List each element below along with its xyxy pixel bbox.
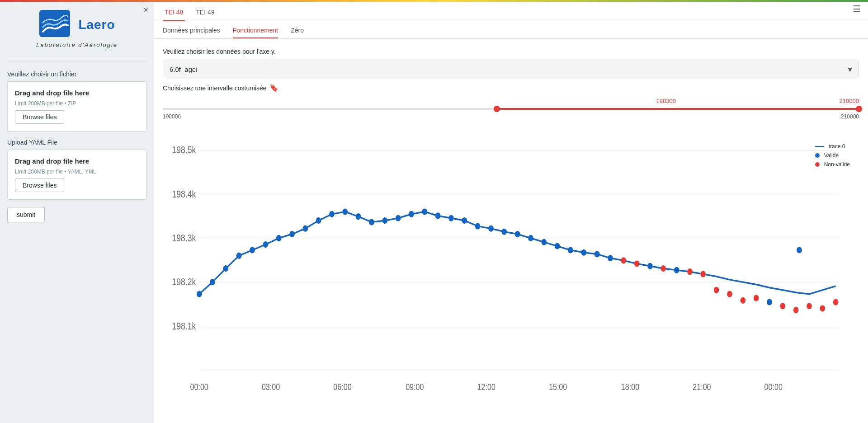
svg-text:18:00: 18:00 [621, 382, 639, 392]
slider-thumb-left[interactable] [494, 106, 500, 112]
slider-min: 190000 [163, 113, 181, 120]
zip-limit-label: Limit 200MB per file • ZIP [15, 100, 139, 107]
slider-limits: 190000 210000 [163, 113, 859, 120]
svg-point-36 [396, 215, 401, 221]
svg-point-23 [223, 265, 228, 272]
legend: trace 0 Valide Non-valide [815, 143, 850, 168]
svg-point-28 [289, 231, 295, 237]
svg-point-44 [501, 229, 507, 235]
file-section: Veuillez choisir un fichier Drag and dro… [7, 70, 146, 132]
svg-point-69 [833, 299, 839, 305]
yaml-section-label: Upload YAML File [7, 139, 146, 146]
legend-nonvalide: Non-valide [815, 161, 850, 168]
interval-label: Choisissez une intervalle costumisée 🔖 [163, 84, 859, 92]
legend-line-icon [815, 146, 824, 147]
tab-tei49[interactable]: TEI 49 [194, 4, 216, 21]
svg-point-24 [236, 253, 242, 259]
svg-point-35 [382, 217, 387, 224]
slider-max: 210000 [841, 113, 859, 120]
svg-point-58 [687, 268, 693, 275]
svg-point-34 [369, 219, 374, 225]
svg-point-40 [448, 215, 454, 221]
close-button[interactable]: × [143, 5, 148, 15]
content-area: Veuillez choisir les données pour l'axe … [154, 39, 868, 423]
svg-point-68 [820, 305, 825, 311]
svg-point-64 [767, 299, 772, 305]
svg-point-66 [793, 307, 799, 313]
sidebar: × Laero Laboratoire d'Aérologie Veuillez… [0, 0, 154, 423]
svg-point-27 [276, 235, 282, 241]
zip-upload-box: Drag and drop file here Limit 200MB per … [7, 81, 146, 132]
slider-left-value: 198300 [656, 98, 676, 104]
slider-fill [497, 108, 859, 110]
legend-nonvalide-label: Non-valide [824, 161, 850, 168]
svg-text:00:00: 00:00 [764, 382, 783, 392]
tab-zero[interactable]: Zéro [291, 27, 304, 38]
svg-point-31 [329, 211, 335, 217]
slider-track [163, 108, 859, 110]
sub-tabs: Données principales Fonctionnement Zéro [154, 21, 868, 39]
submit-button[interactable]: submit [7, 207, 45, 222]
y-axis-dropdown[interactable]: 6.0f_agci [163, 61, 859, 78]
svg-point-60 [714, 287, 719, 293]
svg-text:198.4k: 198.4k [172, 188, 196, 199]
svg-point-42 [475, 223, 481, 229]
svg-point-54 [634, 260, 640, 267]
legend-trace0: trace 0 [815, 143, 850, 150]
menu-button[interactable]: ☰ [853, 4, 861, 14]
svg-point-67 [807, 303, 812, 309]
legend-valide: Valide [815, 152, 850, 159]
legend-red-dot-icon [815, 162, 820, 167]
slider-values: 198300 210000 [163, 98, 859, 104]
bookmark-icon: 🔖 [269, 84, 278, 92]
svg-point-56 [660, 265, 666, 272]
svg-point-51 [594, 251, 600, 257]
tab-donnees[interactable]: Données principales [163, 27, 220, 38]
svg-point-45 [515, 231, 520, 237]
svg-text:198.2k: 198.2k [172, 277, 196, 287]
svg-text:12:00: 12:00 [477, 382, 495, 392]
svg-point-39 [435, 212, 441, 219]
svg-point-22 [210, 279, 215, 285]
svg-point-57 [674, 267, 679, 273]
svg-point-65 [780, 303, 785, 309]
svg-point-50 [581, 249, 586, 256]
svg-point-25 [250, 247, 255, 253]
yaml-limit-label: Limit 200MB per file • YAML, YML [15, 169, 139, 175]
dropdown-container: 6.0f_agci ▼ [163, 61, 859, 78]
yaml-upload-box: Drag and drop file here Limit 200MB per … [7, 150, 146, 200]
svg-point-55 [647, 263, 653, 269]
yaml-browse-button[interactable]: Browse files [15, 179, 64, 192]
svg-point-46 [528, 235, 533, 241]
svg-point-61 [727, 291, 732, 297]
slider-right-value: 210000 [840, 98, 859, 104]
divider [7, 61, 146, 61]
svg-point-29 [302, 226, 308, 232]
svg-point-32 [342, 208, 348, 215]
yaml-drag-label: Drag and drop file here [15, 157, 139, 165]
zip-browse-button[interactable]: Browse files [15, 110, 64, 124]
slider-thumb-right[interactable] [856, 106, 862, 112]
main-content: ☰ TEI 48 TEI 49 Données principales Fonc… [154, 0, 868, 423]
range-slider[interactable]: 198300 210000 190000 210000 [163, 98, 859, 129]
svg-point-52 [608, 255, 613, 261]
svg-text:15:00: 15:00 [549, 382, 567, 392]
svg-point-26 [263, 241, 268, 248]
top-tabs: TEI 48 TEI 49 [154, 4, 868, 21]
svg-point-62 [740, 297, 745, 304]
chart-area: trace 0 Valide Non-valide [163, 134, 859, 414]
legend-blue-dot-icon [815, 153, 820, 158]
svg-point-41 [462, 217, 467, 224]
svg-point-53 [621, 257, 626, 263]
svg-point-48 [555, 243, 560, 249]
tab-fonctionnement[interactable]: Fonctionnement [233, 27, 278, 38]
yaml-section: Upload YAML File Drag and drop file here… [7, 139, 146, 200]
svg-point-63 [754, 295, 759, 301]
svg-point-38 [422, 208, 427, 215]
svg-point-70 [797, 247, 802, 253]
zip-drag-label: Drag and drop file here [15, 89, 139, 97]
svg-point-33 [356, 213, 361, 220]
tab-tei48[interactable]: TEI 48 [163, 4, 185, 21]
svg-point-59 [700, 271, 706, 277]
logo-area: Laero Laboratoire d'Aérologie [7, 9, 146, 48]
